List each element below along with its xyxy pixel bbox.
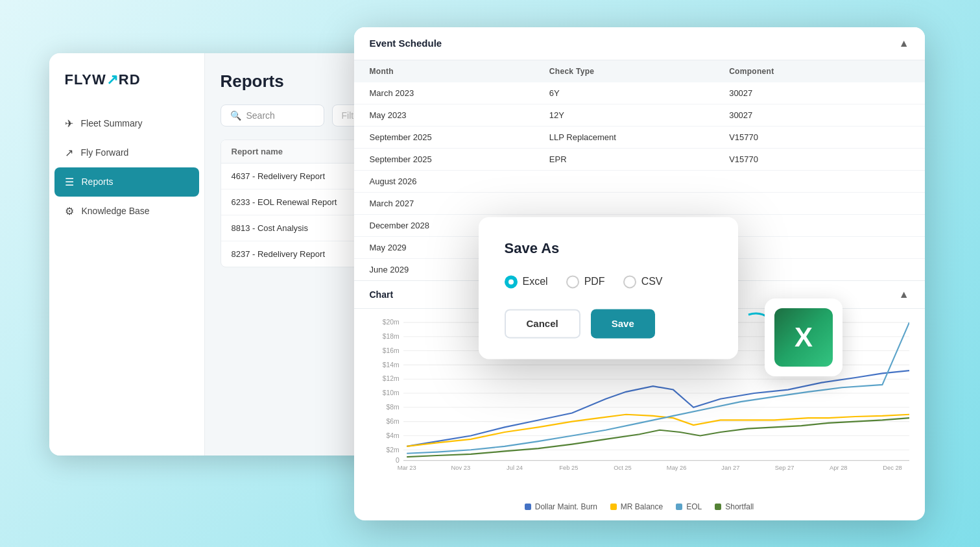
svg-text:$12m: $12m — [382, 374, 399, 382]
search-box[interactable]: 🔍 Search — [221, 104, 324, 127]
save-as-modal: Save As Excel PDF CSV Cancel Save — [479, 217, 738, 359]
sidebar-item-fly-forward[interactable]: ↗ Fly Forward — [49, 138, 204, 167]
format-csv-label: CSV — [641, 276, 663, 287]
svg-text:Sep 27: Sep 27 — [774, 463, 794, 470]
line-maint-burn — [407, 371, 909, 446]
takeoff-icon: ↗ — [65, 147, 73, 159]
legend-label-burn: Dollar Maint. Burn — [535, 502, 597, 511]
svg-text:Nov 23: Nov 23 — [451, 463, 470, 470]
event-comp-1: 30027 — [729, 110, 909, 120]
save-button[interactable]: Save — [591, 309, 655, 338]
svg-text:$20m: $20m — [382, 317, 399, 325]
sidebar-item-knowledge-base[interactable]: ⚙ Knowledge Base — [49, 197, 204, 226]
format-option-pdf[interactable]: PDF — [566, 275, 605, 288]
event-month-4: August 2026 — [370, 176, 549, 186]
svg-text:$2m: $2m — [386, 445, 399, 453]
event-check-3: EPR — [549, 154, 729, 164]
svg-text:Mar 23: Mar 23 — [397, 463, 416, 470]
sidebar-item-knowledge-base-label: Knowledge Base — [82, 206, 150, 216]
format-pdf-label: PDF — [584, 276, 605, 287]
event-schedule-toggle[interactable]: ▲ — [899, 38, 909, 49]
chart-title: Chart — [370, 289, 394, 300]
svg-text:Feb 25: Feb 25 — [559, 463, 578, 470]
event-month-2: September 2025 — [370, 132, 549, 142]
svg-text:Oct 25: Oct 25 — [614, 463, 632, 470]
svg-text:Jan 27: Jan 27 — [721, 463, 739, 470]
event-check-0: 6Y — [549, 88, 729, 98]
col-component: Component — [729, 67, 909, 76]
svg-text:$18m: $18m — [382, 332, 399, 339]
excel-icon-wrapper: X — [765, 298, 843, 376]
event-row-3: September 2025 EPR V15770 — [354, 149, 925, 171]
event-check-2: LLP Replacement — [549, 132, 729, 142]
list-icon: ☰ — [65, 176, 74, 188]
legend-dot-mr — [610, 504, 617, 510]
event-month-3: September 2025 — [370, 154, 549, 164]
radio-excel[interactable] — [505, 275, 518, 288]
sidebar-item-fly-forward-label: Fly Forward — [81, 147, 129, 158]
event-comp-4 — [729, 176, 909, 186]
legend-label-eol: EOL — [686, 502, 702, 511]
svg-text:Jul 24: Jul 24 — [507, 463, 523, 470]
format-option-csv[interactable]: CSV — [623, 275, 663, 288]
svg-text:$4m: $4m — [386, 431, 399, 439]
legend-dot-eol — [676, 504, 682, 510]
event-check-1: 12Y — [549, 110, 729, 120]
legend-item-burn: Dollar Maint. Burn — [525, 502, 597, 511]
event-table-header: Month Check Type Component — [354, 60, 925, 82]
gear-icon: ⚙ — [65, 205, 74, 217]
event-month-5: March 2027 — [370, 199, 549, 208]
event-month-1: May 2023 — [370, 110, 549, 120]
sidebar-item-reports-label: Reports — [82, 176, 114, 187]
svg-text:Apr 28: Apr 28 — [830, 463, 848, 470]
sidebar-item-fleet-summary[interactable]: ✈ Fleet Summary — [49, 109, 204, 138]
svg-text:$10m: $10m — [382, 389, 399, 396]
format-option-excel[interactable]: Excel — [505, 275, 548, 288]
front-card: Event Schedule ▲ Month Check Type Compon… — [354, 27, 925, 520]
sidebar-item-fleet-summary-label: Fleet Summary — [81, 118, 143, 128]
format-excel-label: Excel — [523, 276, 548, 287]
legend-item-mr: MR Balance — [610, 502, 663, 511]
excel-letter: X — [795, 322, 813, 353]
event-comp-5 — [729, 199, 909, 208]
cancel-button[interactable]: Cancel — [505, 309, 580, 338]
chart-legend: Dollar Maint. Burn MR Balance EOL Shortf… — [354, 496, 925, 520]
event-comp-7 — [729, 243, 909, 252]
chart-toggle[interactable]: ▲ — [899, 289, 909, 300]
event-schedule-title: Event Schedule — [370, 38, 442, 49]
legend-label-mr: MR Balance — [621, 502, 663, 511]
svg-text:$8m: $8m — [386, 402, 399, 410]
event-row-0: March 2023 6Y 30027 — [354, 82, 925, 104]
event-schedule-header: Event Schedule ▲ — [354, 27, 925, 60]
search-icon: 🔍 — [230, 110, 241, 121]
search-placeholder: Search — [246, 110, 275, 121]
event-comp-3: V15770 — [729, 154, 909, 164]
svg-text:$6m: $6m — [386, 417, 399, 424]
svg-text:0: 0 — [395, 456, 399, 463]
legend-dot-shortfall — [715, 504, 721, 510]
radio-csv[interactable] — [623, 275, 636, 288]
event-comp-8 — [729, 265, 909, 274]
excel-icon: X — [774, 308, 833, 367]
event-comp-0: 30027 — [729, 88, 909, 98]
svg-text:May 26: May 26 — [666, 463, 686, 470]
sidebar: FLYW↗RD ✈ Fleet Summary ↗ Fly Forward ☰ … — [49, 53, 205, 456]
legend-item-shortfall: Shortfall — [715, 502, 754, 511]
scene-wrapper: FLYW↗RD ✈ Fleet Summary ↗ Fly Forward ☰ … — [36, 14, 944, 533]
svg-text:$14m: $14m — [382, 360, 399, 368]
event-comp-6 — [729, 221, 909, 230]
event-month-0: March 2023 — [370, 88, 549, 98]
radio-pdf[interactable] — [566, 275, 579, 288]
logo: FLYW↗RD — [49, 71, 204, 109]
event-row-5: March 2027 — [354, 193, 925, 215]
sidebar-item-reports[interactable]: ☰ Reports — [54, 167, 199, 197]
svg-text:Dec 28: Dec 28 — [883, 463, 902, 470]
event-row-2: September 2025 LLP Replacement V15770 — [354, 127, 925, 149]
svg-text:$16m: $16m — [382, 346, 399, 354]
modal-title: Save As — [505, 240, 712, 257]
col-check-type: Check Type — [549, 67, 729, 76]
event-comp-2: V15770 — [729, 132, 909, 142]
event-check-5 — [549, 199, 729, 208]
format-options: Excel PDF CSV — [505, 275, 712, 288]
event-check-4 — [549, 176, 729, 186]
